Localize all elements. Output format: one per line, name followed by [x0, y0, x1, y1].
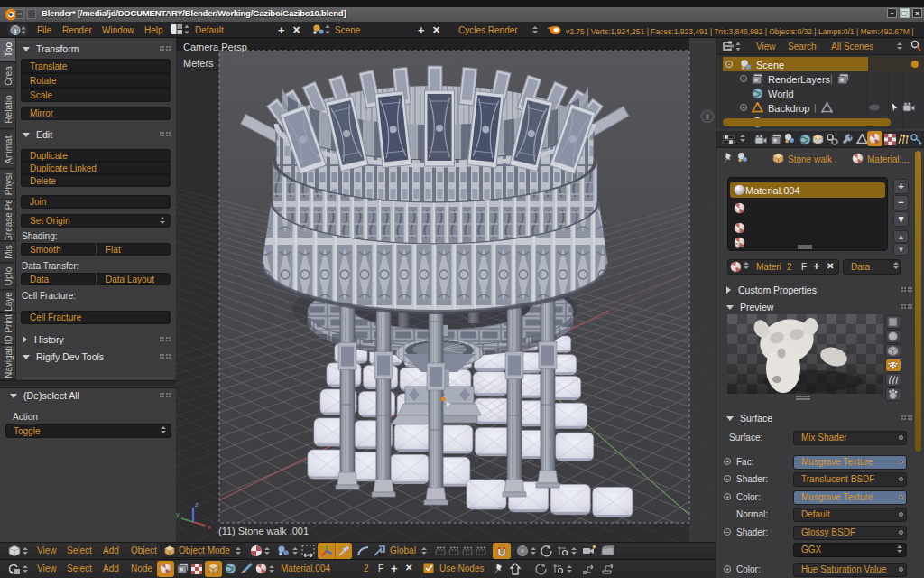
svg-text:z: z: [195, 500, 199, 508]
svg-text:y: y: [176, 510, 180, 518]
svg-text:i: i: [14, 27, 16, 35]
svg-text:+: +: [705, 111, 710, 122]
svg-text:Camera Persp: Camera Persp: [183, 42, 247, 52]
svg-text:(11) Stone walk .001: (11) Stone walk .001: [218, 526, 309, 536]
svg-text:Meters: Meters: [183, 58, 214, 69]
svg-text:x: x: [208, 523, 211, 531]
